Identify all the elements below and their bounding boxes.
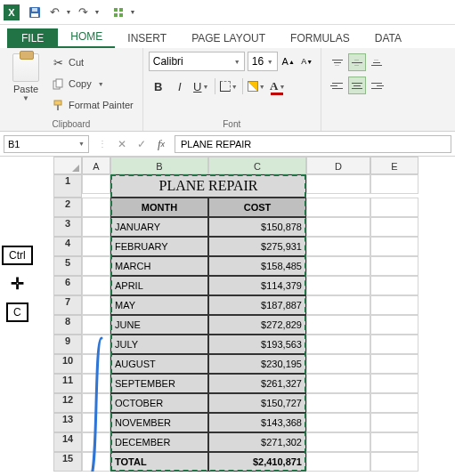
row-header-2[interactable]: 2 <box>53 198 82 217</box>
column-header-D[interactable]: D <box>306 157 370 174</box>
cell-month-8[interactable]: JUNE <box>110 315 208 335</box>
copy-dropdown-icon[interactable]: ▼ <box>98 81 104 87</box>
row-header-13[interactable]: 13 <box>53 413 82 432</box>
cell-cost-4[interactable]: $275,931 <box>208 237 306 256</box>
cell-A11[interactable] <box>82 374 110 393</box>
cell-cost-10[interactable]: $230,195 <box>208 354 306 374</box>
cell-D3[interactable] <box>306 217 370 237</box>
underline-button[interactable]: U▼ <box>191 77 211 96</box>
cell-E5[interactable] <box>370 256 418 276</box>
cell-month-5[interactable]: MARCH <box>110 256 208 276</box>
cell-month-4[interactable]: FEBRUARY <box>110 237 208 256</box>
cell-total-cost[interactable]: $2,410,871 <box>208 452 306 472</box>
cell-month-13[interactable]: NOVEMBER <box>110 413 208 432</box>
cell-E3[interactable] <box>370 217 418 237</box>
cell-A14[interactable] <box>82 432 110 452</box>
cell-header-cost[interactable]: COST <box>208 198 306 217</box>
cell-cost-5[interactable]: $158,485 <box>208 256 306 276</box>
row-header-3[interactable]: 3 <box>53 217 82 237</box>
row-header-8[interactable]: 8 <box>53 315 82 335</box>
cell-cost-13[interactable]: $143,368 <box>208 413 306 432</box>
cell-month-11[interactable]: SEPTEMBER <box>110 374 208 393</box>
enter-formula-button[interactable]: ✓ <box>132 135 151 153</box>
column-header-B[interactable]: B <box>110 157 208 174</box>
cell-A13[interactable] <box>82 413 110 432</box>
row-header-7[interactable]: 7 <box>53 295 82 315</box>
redo-button[interactable]: ↷ <box>73 3 93 22</box>
cell-D8[interactable] <box>306 315 370 335</box>
cell-D15[interactable] <box>306 452 370 472</box>
cell-cost-11[interactable]: $261,327 <box>208 374 306 393</box>
save-button[interactable] <box>25 3 45 22</box>
undo-dropdown[interactable]: ▼ <box>64 3 73 22</box>
font-name-select[interactable]: Calibri ▼ <box>149 52 245 71</box>
cell-D13[interactable] <box>306 413 370 432</box>
align-right-button[interactable] <box>368 77 386 94</box>
font-color-button[interactable]: A▼ <box>268 77 288 96</box>
align-top-button[interactable] <box>329 53 346 71</box>
cell-D9[interactable] <box>306 335 370 354</box>
column-header-C[interactable]: C <box>208 157 306 174</box>
align-bottom-button[interactable] <box>368 53 386 71</box>
cell-D5[interactable] <box>306 256 370 276</box>
tab-file[interactable]: FILE <box>7 28 58 48</box>
cell-A4[interactable] <box>82 237 110 256</box>
increase-font-button[interactable]: A▲ <box>280 52 297 71</box>
cell-A12[interactable] <box>82 393 110 413</box>
cell-month-12[interactable]: OCTOBER <box>110 393 208 413</box>
align-center-button[interactable] <box>348 77 366 94</box>
row-header-1[interactable]: 1 <box>53 174 82 198</box>
tab-data[interactable]: DATA <box>362 28 414 48</box>
qat-customize-dropdown[interactable]: ▼ <box>128 3 137 22</box>
cell-E13[interactable] <box>370 413 418 432</box>
tab-home[interactable]: HOME <box>58 27 115 48</box>
cell-E10[interactable] <box>370 354 418 374</box>
insert-function-button[interactable]: fx <box>151 135 171 153</box>
cell-cost-12[interactable]: $150,727 <box>208 393 306 413</box>
qat-customize-button[interactable] <box>109 3 128 22</box>
row-header-6[interactable]: 6 <box>53 276 82 295</box>
font-size-select[interactable]: 16 ▼ <box>248 52 278 71</box>
align-middle-button[interactable] <box>348 53 366 71</box>
bold-button[interactable]: B <box>149 77 168 96</box>
cell-A9[interactable] <box>82 335 110 354</box>
cell-title[interactable]: PLANE REPAIR <box>110 174 306 198</box>
italic-button[interactable]: I <box>170 77 190 96</box>
cell-E14[interactable] <box>370 432 418 452</box>
cell-A6[interactable] <box>82 276 110 295</box>
cancel-formula-button[interactable]: ✕ <box>112 135 132 153</box>
cell-D6[interactable] <box>306 276 370 295</box>
paste-button[interactable]: Paste ▼ <box>5 52 46 118</box>
cell-A15[interactable] <box>82 452 110 472</box>
cell-D10[interactable] <box>306 354 370 374</box>
cell-month-6[interactable]: APRIL <box>110 276 208 295</box>
cell-cost-8[interactable]: $272,829 <box>208 315 306 335</box>
row-header-11[interactable]: 11 <box>53 374 82 393</box>
fill-color-button[interactable]: ▼ <box>247 77 266 96</box>
cell-cost-6[interactable]: $114,379 <box>208 276 306 295</box>
cell-D11[interactable] <box>306 374 370 393</box>
name-box[interactable]: B1 ▼ <box>4 135 89 153</box>
cell-month-7[interactable]: MAY <box>110 295 208 315</box>
paste-dropdown-icon[interactable]: ▼ <box>22 94 29 102</box>
cell-header-month[interactable]: MONTH <box>110 198 208 217</box>
select-all-button[interactable] <box>53 157 82 174</box>
cell-month-10[interactable]: AUGUST <box>110 354 208 374</box>
cell-cost-3[interactable]: $150,878 <box>208 217 306 237</box>
cell-E15[interactable] <box>370 452 418 472</box>
cell-E9[interactable] <box>370 335 418 354</box>
cell-cost-14[interactable]: $271,302 <box>208 432 306 452</box>
cell-D4[interactable] <box>306 237 370 256</box>
row-header-5[interactable]: 5 <box>53 256 82 276</box>
cell-D14[interactable] <box>306 432 370 452</box>
copy-button[interactable]: Copy ▼ <box>52 75 134 93</box>
cell-D7[interactable] <box>306 295 370 315</box>
cell-A7[interactable] <box>82 295 110 315</box>
tab-formulas[interactable]: FORMULAS <box>278 28 362 48</box>
row-header-14[interactable]: 14 <box>53 432 82 452</box>
formula-input[interactable]: PLANE REPAIR <box>175 135 451 153</box>
cell-E12[interactable] <box>370 393 418 413</box>
cell-month-9[interactable]: JULY <box>110 335 208 354</box>
redo-dropdown[interactable]: ▼ <box>93 3 102 22</box>
decrease-font-button[interactable]: A▼ <box>299 52 315 71</box>
